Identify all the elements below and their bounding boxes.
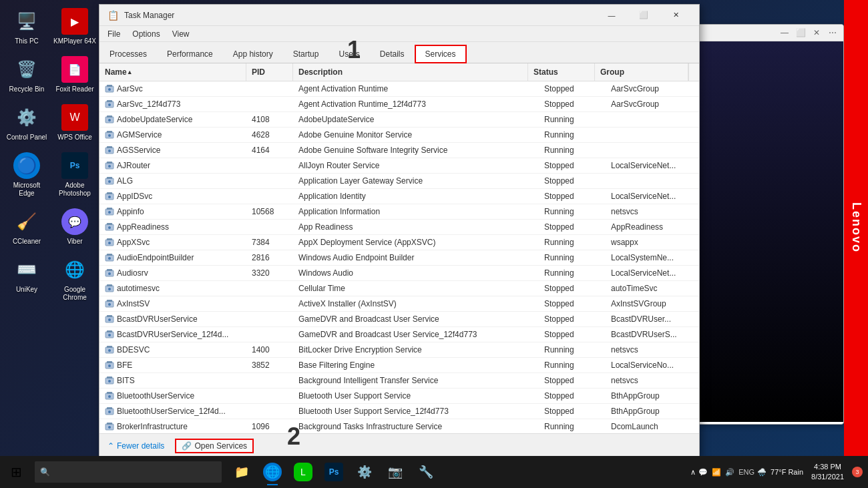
table-row[interactable]: AGSService 4164 Adobe Genuine Software I… — [99, 143, 699, 158]
table-row[interactable]: AJRouter AllJoyn Router Service Stopped … — [99, 158, 699, 174]
table-row[interactable]: AppReadiness App Readiness Stopped AppRe… — [99, 220, 699, 235]
tray-arrow[interactable]: ∧ — [690, 468, 696, 477]
tab-startup[interactable]: Startup — [283, 44, 329, 63]
taskbar-clock[interactable]: 4:38 PM 8/31/2021 — [806, 462, 849, 483]
service-name: BrokerInfrastructure — [117, 422, 188, 431]
menu-options[interactable]: Options — [127, 28, 165, 40]
table-row[interactable]: AdobeUpdateService 4108 AdobeUpdateServi… — [99, 112, 699, 128]
svg-point-53 — [108, 349, 111, 352]
browser-minimize-button[interactable]: — — [779, 27, 790, 38]
table-row[interactable]: AppIDSvc Application Identity Stopped Lo… — [99, 189, 699, 204]
tab-processes[interactable]: Processes — [99, 44, 157, 63]
table-row[interactable]: BITS Background Intelligent Transfer Ser… — [99, 373, 699, 389]
minimize-button[interactable]: — — [596, 7, 627, 23]
table-row[interactable]: BcastDVRUserService GameDVR and Broadcas… — [99, 312, 699, 327]
svg-rect-25 — [107, 208, 112, 210]
weather-text: 77°F Rain — [771, 468, 803, 476]
cell-description: Windows Audio Endpoint Builder — [293, 250, 539, 265]
table-row[interactable]: BDESVC 1400 BitLocker Drive Encryption S… — [99, 342, 699, 358]
browser-close-button[interactable]: ✕ — [811, 27, 822, 38]
table-row[interactable]: AarSvc_12f4d773 Agent Activation Runtime… — [99, 97, 699, 112]
table-row[interactable]: autotimesvc Cellular Time Stopped autoTi… — [99, 281, 699, 296]
cell-group: BcastDVRUser... — [606, 312, 699, 326]
desktop-icon-kmplayer[interactable]: ▶ KMPlayer 64X — [53, 8, 96, 45]
col-group[interactable]: Group — [595, 63, 688, 81]
table-row[interactable]: BluetoothUserService Bluetooth User Supp… — [99, 389, 699, 404]
menu-view[interactable]: View — [167, 28, 195, 40]
close-button[interactable]: ✕ — [660, 7, 691, 23]
restore-button[interactable]: ⬜ — [628, 7, 659, 23]
cell-status: Running — [539, 204, 606, 219]
chrome-icon: 🌐 — [61, 256, 88, 283]
tab-details[interactable]: Details — [370, 44, 415, 63]
taskbar-item-app7[interactable]: 📷 — [381, 457, 410, 487]
desktop-icon-ccleaner[interactable]: 🧹 CCleaner — [5, 208, 48, 246]
desktop-icon-chrome[interactable]: 🌐 Google Chrome — [53, 256, 96, 302]
browser-more-button[interactable]: ⋯ — [827, 27, 838, 38]
desktop-icon-foxit[interactable]: 📄 Foxit Reader — [53, 56, 96, 93]
kmplayer-icon: ▶ — [61, 8, 88, 35]
cell-pid: 4628 — [246, 128, 293, 142]
desktop-icon-edge[interactable]: 🔵 Microsoft Edge — [5, 152, 48, 198]
desktop-icon-wps[interactable]: W WPS Office — [53, 104, 96, 142]
open-services-button[interactable]: 🔗 Open Services — [175, 439, 254, 453]
table-row[interactable]: ALG Application Layer Gateway Service St… — [99, 174, 699, 189]
desktop-icon-controlpanel[interactable]: ⚙️ Control Panel — [5, 104, 48, 142]
svg-point-47 — [108, 318, 111, 321]
menu-file[interactable]: File — [102, 28, 126, 40]
cell-name: Appinfo — [99, 204, 246, 219]
tab-apphistory[interactable]: App history — [223, 44, 283, 63]
table-row[interactable]: AGMService 4628 Adobe Genuine Monitor Se… — [99, 128, 699, 143]
cell-status: Running — [539, 235, 606, 250]
browser-restore-button[interactable]: ⬜ — [795, 27, 806, 38]
table-row[interactable]: Audiosrv 3320 Windows Audio Running Loca… — [99, 266, 699, 281]
table-body[interactable]: AarSvc Agent Activation Runtime Stopped … — [99, 81, 699, 433]
photoshop-icon: Ps — [61, 152, 88, 179]
tab-users[interactable]: Users — [329, 44, 369, 63]
table-header: Name PID Description Status Group — [99, 63, 699, 81]
desktop-icon-unikey[interactable]: ⌨️ UniKey — [5, 256, 48, 294]
col-status[interactable]: Status — [528, 63, 595, 81]
cell-group: AarSvcGroup — [606, 97, 699, 111]
service-name: AppIDSvc — [117, 192, 152, 201]
desktop-icon-photoshop[interactable]: Ps Adobe Photoshop — [53, 152, 96, 198]
col-name[interactable]: Name — [99, 63, 246, 81]
table-row[interactable]: BrokerInfrastructure 1096 Background Tas… — [99, 419, 699, 433]
app7-icon: 📷 — [386, 463, 405, 481]
tab-performance[interactable]: Performance — [157, 44, 223, 63]
taskbar-item-line[interactable]: L — [288, 457, 318, 487]
col-description[interactable]: Description — [293, 63, 528, 81]
table-row[interactable]: BluetoothUserService_12f4d... Bluetooth … — [99, 404, 699, 419]
weather-icon: 🌧️ — [757, 468, 767, 477]
svg-rect-64 — [107, 407, 112, 409]
table-row[interactable]: AxInstSV ActiveX Installer (AxInstSV) St… — [99, 296, 699, 312]
taskbar-search[interactable]: 🔍 — [35, 461, 222, 483]
start-button[interactable]: ⊞ — [0, 456, 32, 488]
fewer-details-button[interactable]: ⌃ Fewer details — [107, 441, 164, 451]
browser-content — [698, 41, 843, 422]
app6-icon: ⚙️ — [355, 463, 374, 481]
tab-services[interactable]: Services — [415, 45, 467, 63]
table-row[interactable]: Appinfo 10568 Application Information Ru… — [99, 204, 699, 220]
desktop-icon-viber[interactable]: 💬 Viber — [53, 208, 96, 246]
taskbar-item-edge[interactable]: 🌐 — [258, 457, 287, 487]
table-row[interactable]: AppXSvc 7384 AppX Deployment Service (Ap… — [99, 235, 699, 250]
edge-label: Microsoft Edge — [5, 182, 48, 198]
desktop-icon-recycle[interactable]: 🗑️ Recycle Bin — [5, 56, 48, 93]
taskbar-item-app6[interactable]: ⚙️ — [350, 457, 379, 487]
col-pid[interactable]: PID — [246, 63, 293, 81]
taskbar-item-photoshop[interactable]: Ps — [319, 457, 349, 487]
table-row[interactable]: BFE 3852 Base Filtering Engine Running L… — [99, 358, 699, 373]
taskbar-item-explorer[interactable]: 📁 — [227, 457, 256, 487]
cell-pid — [246, 296, 293, 311]
unikey-label: UniKey — [16, 286, 37, 294]
table-row[interactable]: AudioEndpointBuilder 2816 Windows Audio … — [99, 250, 699, 266]
table-row[interactable]: AarSvc Agent Activation Runtime Stopped … — [99, 81, 699, 97]
table-row[interactable]: BcastDVRUserService_12f4d... GameDVR and… — [99, 327, 699, 342]
cell-pid — [246, 220, 293, 234]
notification-badge[interactable]: 3 — [852, 467, 863, 477]
taskbar-item-app8[interactable]: 🔧 — [411, 457, 441, 487]
service-name: BITS — [117, 376, 135, 385]
desktop-icon-thispc[interactable]: 🖥️ This PC — [5, 8, 48, 45]
service-name: AGMService — [117, 130, 162, 140]
